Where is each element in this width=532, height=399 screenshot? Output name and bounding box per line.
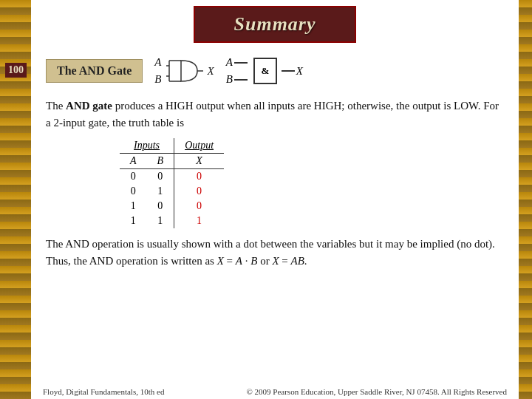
truth-table-body: 000010100111 xyxy=(120,169,224,229)
cell-a: 1 xyxy=(120,199,147,214)
footer-right: © 2009 Pearson Education, Upper Saddle R… xyxy=(246,387,507,396)
cell-a: 1 xyxy=(120,214,147,228)
ieee-box: & xyxy=(253,58,277,84)
bg-left-strip xyxy=(0,0,31,399)
col-a-header: A xyxy=(120,154,147,169)
col-x-header: X xyxy=(174,154,224,169)
ieee-input-line-a xyxy=(234,62,248,64)
cell-x: 0 xyxy=(174,184,224,199)
main-content-area: 100 Summary The AND Gate A B X xyxy=(31,0,519,399)
footer: Floyd, Digital Fundamentals, 10th ed © 2… xyxy=(31,387,519,396)
col-output-header: Output xyxy=(174,138,224,154)
ieee-label-b: B xyxy=(226,73,233,86)
gate-row: The AND Gate A B X xyxy=(46,55,519,87)
input-b: B xyxy=(154,73,161,86)
ieee-output-x: X xyxy=(296,65,303,78)
truth-table-container: Inputs Output A B X 000010100111 xyxy=(120,138,519,228)
desc1-suffix: produces a HIGH output when all inputs a… xyxy=(46,100,499,129)
ieee-inputs: A B xyxy=(226,56,248,86)
desc2-text: The AND operation is usually shown with … xyxy=(46,238,495,267)
slide-number: 100 xyxy=(5,63,27,78)
cell-b: 1 xyxy=(147,184,174,199)
ieee-input-b-row: B xyxy=(226,73,248,86)
cell-b: 1 xyxy=(147,214,174,228)
ieee-label-a: A xyxy=(226,56,233,69)
gate-inputs: A B xyxy=(154,56,161,86)
truth-table: Inputs Output A B X 000010100111 xyxy=(120,138,224,228)
cell-b: 0 xyxy=(147,199,174,214)
page-title: Summary xyxy=(210,13,340,35)
cell-b: 0 xyxy=(147,169,174,185)
ieee-input-a-row: A xyxy=(226,56,248,69)
col-b-header: B xyxy=(147,154,174,169)
table-row: 000 xyxy=(120,169,224,185)
table-row: 111 xyxy=(120,214,224,228)
ieee-output-line xyxy=(282,70,295,72)
col-inputs-header: Inputs xyxy=(120,138,174,154)
gate-output-x: X xyxy=(208,65,214,78)
input-a: A xyxy=(154,56,161,69)
cell-x: 0 xyxy=(174,169,224,185)
traditional-gate-diagram: A B X xyxy=(154,55,214,87)
desc1-prefix: The xyxy=(46,100,66,112)
cell-x: 0 xyxy=(174,199,224,214)
and-gate-svg xyxy=(166,55,203,87)
desc1-bold: AND gate xyxy=(66,100,112,112)
table-row: 100 xyxy=(120,199,224,214)
ieee-gate-diagram: A B & X xyxy=(226,56,303,86)
footer-left: Floyd, Digital Fundamentals, 10th ed xyxy=(43,387,164,396)
cell-a: 0 xyxy=(120,184,147,199)
cell-x: 1 xyxy=(174,214,224,228)
description-paragraph-1: The AND gate produces a HIGH output when… xyxy=(46,98,504,131)
summary-banner: Summary xyxy=(194,6,356,43)
description-paragraph-2: The AND operation is usually shown with … xyxy=(46,236,504,269)
gate-label-box: The AND Gate xyxy=(46,59,143,83)
ieee-input-line-b xyxy=(234,79,248,81)
cell-a: 0 xyxy=(120,169,147,185)
table-row: 010 xyxy=(120,184,224,199)
ieee-symbol: & xyxy=(261,65,269,77)
ieee-output-row: X xyxy=(282,65,303,78)
bg-right-strip xyxy=(519,0,532,399)
